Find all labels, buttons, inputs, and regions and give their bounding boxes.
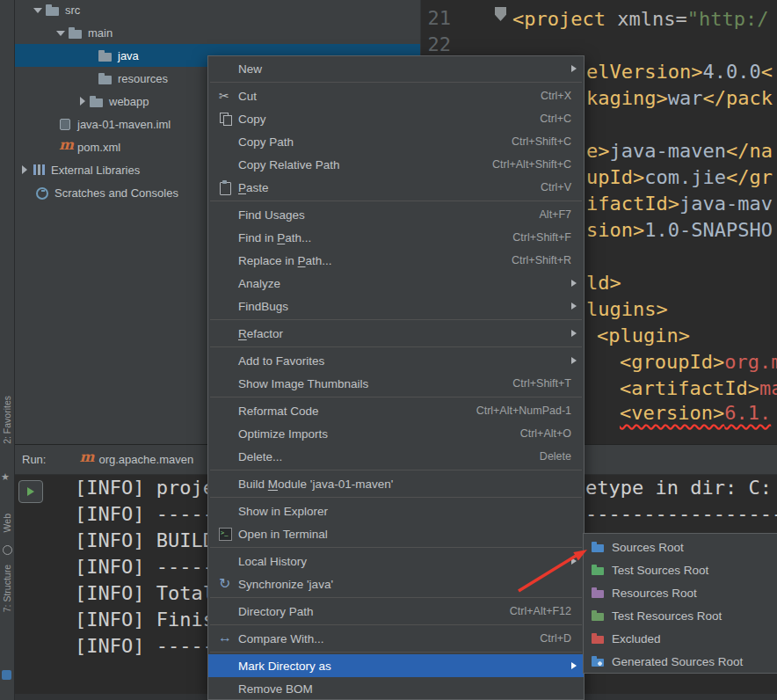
tree-item-label: pom.xml (77, 141, 120, 154)
menu-item-cut[interactable]: CutCtrl+X (208, 84, 584, 107)
menu-item-compare-with[interactable]: Compare With...Ctrl+D (208, 627, 584, 650)
menu-item-open-in-terminal[interactable]: Open in Terminal (208, 522, 584, 545)
menu-item-label: Copy (238, 113, 266, 126)
menu-icon-slot (217, 298, 236, 314)
code-token: war (668, 87, 703, 109)
menu-separator (210, 346, 582, 347)
folder-gen-icon (591, 654, 608, 668)
menu-item-label: Optimize Imports (238, 427, 328, 441)
chevron-right-icon[interactable] (18, 164, 31, 175)
menu-item-shortcut: Ctrl+Alt+O (520, 427, 571, 440)
menu-icon-slot (217, 476, 236, 492)
menu-item-remove-bom[interactable]: Remove BOM (208, 677, 584, 700)
menu-item-shortcut: Alt+F7 (540, 208, 571, 221)
menu-item-build-module-java-01-maven[interactable]: Build Module 'java-01-maven' (208, 472, 584, 495)
copy-icon (217, 111, 236, 127)
tree-item-main[interactable]: main (15, 21, 420, 44)
code-token: <groupId> (620, 351, 724, 373)
tool-button-structure[interactable]: 7: Structure (2, 565, 12, 612)
code-token: java-maven (610, 140, 726, 162)
code-line: lugins> (586, 296, 668, 323)
code-line: e>java-maven</na (586, 138, 773, 164)
code-token: 6.1. (724, 402, 771, 424)
code-token: ma (759, 377, 777, 399)
menu-item-paste[interactable]: PasteCtrl+V (208, 176, 584, 199)
folder-red-icon (591, 631, 608, 645)
submenu-item-test-resources-root[interactable]: Test Resources Root (584, 604, 777, 627)
menu-icon-slot (217, 157, 236, 172)
menu-icon-slot (217, 603, 236, 619)
menu-item-label: Cut (238, 90, 257, 103)
menu-icon-slot (217, 207, 236, 222)
run-configuration-name[interactable]: org.apache.maven (98, 453, 193, 466)
maven-icon (79, 453, 93, 467)
menu-separator (210, 624, 582, 625)
folder-icon (98, 71, 113, 85)
menu-item-label: FindBugs (238, 300, 288, 313)
rerun-icon[interactable] (18, 480, 43, 503)
code-token: 4.0.0 (702, 61, 760, 83)
menu-item-find-usages[interactable]: Find UsagesAlt+F7 (208, 203, 584, 226)
menu-icon-slot (217, 275, 236, 291)
tree-item-label: webapp (109, 95, 149, 108)
menu-item-findbugs[interactable]: FindBugs (208, 295, 584, 317)
code-token: upId> (586, 166, 644, 188)
menu-item-delete[interactable]: Delete...Delete (208, 445, 584, 468)
menu-item-add-to-favorites[interactable]: Add to Favorites (208, 349, 584, 372)
menu-item-optimize-imports[interactable]: Optimize ImportsCtrl+Alt+O (208, 422, 584, 445)
console-line: [INFO] BUILD (75, 528, 214, 554)
menu-item-label: Show Image Thumbnails (238, 377, 368, 390)
menu-icon-slot (217, 252, 236, 268)
menu-item-label: Find in Path... (238, 231, 311, 244)
chevron-down-icon[interactable] (33, 4, 45, 15)
menu-item-label: Synchronize 'java' (238, 578, 333, 591)
chevron-down-icon[interactable] (55, 27, 68, 38)
folder-green-icon (591, 563, 608, 577)
code-token: org.m (724, 351, 777, 373)
menu-item-copy-path[interactable]: Copy PathCtrl+Shift+C (208, 130, 584, 153)
code-token: <plugin> (597, 324, 690, 346)
submenu-item-generated-sources-root[interactable]: Generated Sources Root (584, 650, 777, 673)
submenu-item-resources-root[interactable]: Resources Root (584, 581, 777, 604)
menu-item-analyze[interactable]: Analyze (208, 272, 584, 295)
menu-item-copy-relative-path[interactable]: Copy Relative PathCtrl+Alt+Shift+C (208, 153, 584, 176)
menu-item-synchronize-java[interactable]: Synchronize 'java' (208, 572, 584, 595)
submenu-arrow-icon (571, 303, 577, 310)
menu-item-show-in-explorer[interactable]: Show in Explorer (208, 499, 584, 522)
menu-separator (210, 470, 582, 470)
submenu-item-excluded[interactable]: Excluded (584, 627, 777, 650)
menu-item-copy[interactable]: CopyCtrl+C (208, 107, 584, 130)
submenu-item-sources-root[interactable]: Sources Root (584, 536, 777, 558)
menu-item-label: Paste (238, 181, 269, 194)
submenu-arrow-icon (571, 357, 577, 364)
submenu-item-label: Test Sources Root (612, 564, 708, 577)
menu-icon-slot (217, 353, 236, 368)
tree-item-src[interactable]: src (15, 0, 420, 21)
menu-item-label: New (238, 62, 262, 76)
menu-item-find-in-path[interactable]: Find in Path...Ctrl+Shift+F (208, 226, 584, 249)
submenu-item-test-sources-root[interactable]: Test Sources Root (584, 558, 777, 581)
menu-separator (210, 82, 582, 83)
menu-item-refactor[interactable]: Refactor (208, 322, 584, 345)
menu-item-label: Refactor (238, 327, 283, 340)
fold-marker-icon[interactable] (495, 7, 506, 21)
tool-button-web[interactable]: Web (2, 514, 12, 532)
menu-separator (210, 547, 582, 548)
submenu-item-label: Generated Sources Root (612, 655, 743, 668)
menu-item-mark-directory-as[interactable]: Mark Directory as (208, 654, 584, 677)
menu-item-local-history[interactable]: Local History (208, 550, 584, 572)
menu-item-new[interactable]: New (208, 57, 584, 80)
submenu-arrow-icon (571, 280, 577, 287)
chevron-right-icon[interactable] (76, 96, 89, 106)
menu-icon-slot (217, 658, 236, 674)
code-token: lugins> (586, 298, 668, 320)
menu-item-directory-path[interactable]: Directory PathCtrl+Alt+F12 (208, 600, 584, 623)
menu-item-reformat-code[interactable]: Reformat CodeCtrl+Alt+NumPad-1 (208, 399, 584, 422)
tool-button-favorites[interactable]: 2: Favorites (2, 396, 12, 444)
menu-item-show-image-thumbnails[interactable]: Show Image ThumbnailsCtrl+Shift+T (208, 372, 584, 395)
code-token: </gr (726, 166, 773, 188)
submenu-arrow-icon (571, 65, 577, 72)
menu-item-replace-in-path[interactable]: Replace in Path...Ctrl+Shift+R (208, 249, 584, 272)
menu-icon-slot (217, 403, 236, 419)
menu-item-shortcut: Ctrl+X (541, 90, 571, 102)
